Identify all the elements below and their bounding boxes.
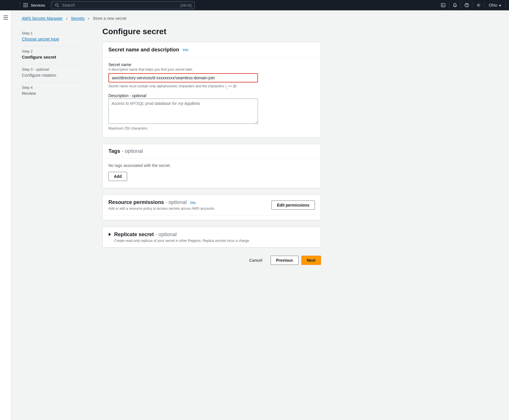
svg-rect-7 [25, 6, 26, 7]
info-link[interactable]: Info [190, 201, 196, 205]
secret-name-label: Secret name [108, 62, 315, 67]
wizard-footer-actions: Cancel Previous Next [102, 254, 321, 265]
panel-heading: Replicate secret - optional [114, 232, 177, 237]
description-label: Description - optional [108, 93, 315, 98]
tags-empty-text: No tags associated with the secret. [108, 163, 315, 168]
next-button[interactable]: Next [301, 256, 321, 265]
settings-button[interactable] [473, 0, 484, 10]
services-label: Services [31, 3, 45, 7]
svg-point-15 [478, 5, 479, 6]
help-button[interactable] [461, 0, 472, 10]
description-constraint: Maximum 250 characters. [108, 126, 315, 130]
global-search[interactable]: [Alt+S] [51, 1, 195, 9]
secret-name-panel: Secret name and description Info Secret … [102, 42, 321, 138]
svg-rect-6 [24, 6, 24, 7]
svg-line-10 [58, 6, 59, 7]
panel-subtext: Create read-only replicas of your secret… [114, 239, 250, 243]
svg-rect-0 [24, 3, 24, 4]
caret-right-icon [108, 232, 111, 237]
breadcrumb-secrets[interactable]: Secrets [71, 16, 85, 21]
description-textarea[interactable] [108, 99, 258, 124]
chevron-right-icon: › [88, 16, 89, 21]
step-number: Step 4 [22, 85, 85, 90]
panel-heading: Tags - optional [108, 148, 143, 154]
services-menu-button[interactable]: Services [23, 2, 45, 8]
search-shortcut-label: [Alt+S] [180, 3, 192, 7]
step-title[interactable]: Choose secret type [22, 36, 85, 41]
secret-name-hint: A descriptive name that helps you find y… [108, 68, 315, 72]
top-navbar: Services [Alt+S] [0, 0, 509, 10]
svg-rect-5 [27, 5, 28, 6]
breadcrumb-current: Store a new secret [93, 16, 127, 21]
hamburger-icon [3, 16, 8, 20]
resource-permissions-panel: Resource permissions - optional Info Add… [102, 194, 321, 220]
svg-rect-1 [25, 3, 26, 4]
notifications-button[interactable] [449, 0, 461, 10]
tags-panel: Tags - optional No tags associated with … [102, 144, 321, 188]
chevron-down-icon [499, 3, 501, 7]
edit-permissions-button[interactable]: Edit permissions [271, 201, 315, 210]
breadcrumb: AWS Secrets Manager › Secrets › Store a … [22, 16, 499, 21]
cloudshell-icon [440, 2, 446, 8]
page-title: Configure secret [102, 27, 321, 36]
services-grid-icon [23, 2, 28, 8]
gear-icon [476, 2, 481, 8]
panel-heading: Secret name and description [108, 47, 179, 53]
wizard-step-4: Step 4 Review [22, 82, 85, 100]
step-number: Step 2 [22, 49, 85, 53]
side-panel-toggle[interactable] [0, 10, 12, 420]
secret-name-input[interactable] [108, 73, 258, 82]
previous-button[interactable]: Previous [271, 256, 298, 265]
cloudshell-button[interactable] [437, 0, 449, 10]
bell-icon [452, 2, 458, 8]
wizard-step-1[interactable]: Step 1 Choose secret type [22, 28, 85, 46]
svg-rect-3 [24, 5, 24, 6]
panel-subtext: Add or edit a resource policy to access … [108, 207, 215, 211]
chevron-right-icon: › [66, 16, 68, 21]
panel-heading: Resource permissions - optional [108, 199, 187, 205]
help-icon [464, 2, 470, 8]
replicate-expand-toggle[interactable]: Replicate secret - optional Create read-… [108, 232, 315, 243]
info-link[interactable]: Info [183, 48, 188, 52]
add-tag-button[interactable]: Add [108, 172, 127, 181]
replicate-secret-panel: Replicate secret - optional Create read-… [102, 227, 321, 248]
search-icon [54, 2, 60, 8]
step-number: Step 3 - optional [22, 67, 85, 72]
step-title: Review [22, 91, 85, 96]
step-title: Configure secret [22, 55, 85, 59]
wizard-steps: Step 1 Choose secret type Step 2 Configu… [22, 25, 85, 100]
cancel-button[interactable]: Cancel [244, 256, 268, 265]
secret-name-constraint: Secret name must contain only alphanumer… [108, 84, 315, 88]
step-number: Step 1 [22, 31, 85, 35]
region-label: Ohio [489, 3, 497, 7]
svg-point-14 [467, 6, 467, 6]
step-title: Configure rotation [22, 73, 85, 78]
wizard-step-2: Step 2 Configure secret [22, 46, 85, 64]
region-selector[interactable]: Ohio [485, 3, 505, 7]
svg-rect-2 [27, 3, 28, 4]
wizard-step-3: Step 3 - optional Configure rotation [22, 64, 85, 82]
svg-rect-8 [27, 6, 28, 7]
search-input[interactable] [60, 3, 180, 7]
svg-rect-4 [25, 5, 26, 6]
svg-point-9 [56, 4, 58, 6]
breadcrumb-root[interactable]: AWS Secrets Manager [22, 16, 63, 21]
